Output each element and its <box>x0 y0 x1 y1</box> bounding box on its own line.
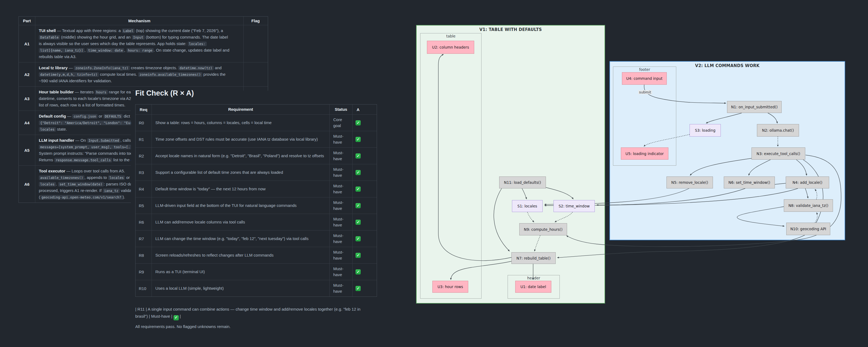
diagram-node-N2: N2: ollama.chat() <box>757 124 799 136</box>
text-segment: — Textual app with three regions: a <box>56 28 122 33</box>
r11-line1: | R11 | A single input command can combi… <box>135 306 388 313</box>
text-segment: LLM input handler <box>39 138 74 143</box>
status-text: Must-have <box>330 164 352 181</box>
requirement-text: Runs as a TUI (terminal UI) <box>152 264 330 280</box>
check-icon: ✓ <box>355 286 361 291</box>
check-cell: ✓ <box>352 115 364 131</box>
check-icon: ✓ <box>355 120 361 125</box>
text-segment: state. <box>56 127 67 131</box>
text-segment: — On <box>74 138 87 143</box>
text-segment: (bottom) for typing commands. The date l… <box>145 35 228 39</box>
check-icon: ✓ <box>355 137 361 142</box>
code-span: iana_tz <box>103 188 120 193</box>
requirement-text: LLM can add/remove locale columns via to… <box>152 214 330 230</box>
check-cell: ✓ <box>352 247 364 263</box>
diagram-node-N8: N8: validate_iana_tz() <box>784 199 833 212</box>
check-icon: ✓ <box>355 203 361 208</box>
part-cell: A6 <box>19 166 35 202</box>
text-segment: Returns <box>39 157 54 162</box>
diagram-node-U3: U3: hour rows <box>432 281 468 293</box>
text-segment: TUI shell <box>39 28 56 33</box>
fit-check-title: Fit Check (R × A) <box>135 89 194 97</box>
requirement-text: Time zone offsets and DST rules must be … <box>152 131 330 148</box>
code-span: locales <box>108 176 125 180</box>
mechanism-cell: Local tz library — zoneinfo.ZoneInfo(ian… <box>35 62 243 86</box>
fit-row-R4: R4Default time window is "today" — the n… <box>135 181 377 197</box>
part-cell: A1 <box>19 25 35 62</box>
check-cell: ✓ <box>352 164 364 181</box>
code-span: datetime(y,m,d,h, tzinfo=tz) <box>39 72 99 77</box>
code-span: Input <box>132 35 145 40</box>
text-segment: , <box>124 48 126 53</box>
req-id: R1 <box>135 131 152 148</box>
check-icon: ✓ <box>355 236 361 241</box>
fit-row-R6: R6LLM can add/remove locale columns via … <box>135 214 377 230</box>
check-icon: ✓ <box>355 253 361 258</box>
text-segment: . <box>56 182 58 186</box>
flag-cell <box>243 62 268 86</box>
flag-cell <box>243 25 268 62</box>
fit-row-R9: R9Runs as a TUI (terminal UI)Must-have✓ <box>135 263 377 280</box>
status-text: Must-have <box>330 148 352 164</box>
requirement-text: Default time window is "today" — the nex… <box>152 181 330 197</box>
code-span: zoneinfo.available_timezones() <box>138 72 202 77</box>
status-text: Must-have <box>330 131 352 148</box>
check-icon: ✓ <box>355 170 361 175</box>
fit-row-R0: R0Show a table: rows = hours, columns = … <box>135 114 377 131</box>
code-span: hours <box>95 90 108 94</box>
text-segment: . On state change, updates date label an… <box>154 48 229 53</box>
status-text: Must-have <box>330 247 352 263</box>
code-span: locales <box>39 127 56 132</box>
requirement-text: Screen reloads/refreshes to reflect chan… <box>152 247 330 263</box>
r11-paragraph: | R11 | A single input command can combi… <box>135 306 388 320</box>
text-segment: provides the <box>202 72 226 76</box>
cluster-label: header <box>508 276 559 280</box>
check-cell: ✓ <box>352 230 364 247</box>
check-icon: ✓ <box>355 153 361 159</box>
cluster-label: footer <box>613 67 676 72</box>
text-segment: or <box>97 114 103 118</box>
req-id: R6 <box>135 214 152 230</box>
req-id: R4 <box>135 181 152 197</box>
code-span: geocoding-api.open-meteo.com/v1/search? <box>40 195 123 199</box>
req-id: R2 <box>135 148 152 164</box>
requirement-text: Accept locale names in natural form (e.g… <box>152 148 330 164</box>
req-id: R3 <box>135 164 152 181</box>
fit-row-R10: R10Uses a local LLM (simple, lightweight… <box>135 280 377 296</box>
part-cell: A3 <box>19 87 35 111</box>
status-text: Core goal <box>330 115 352 131</box>
text-segment: compute local times. <box>99 72 138 76</box>
code-span: zoneinfo.ZoneInfo(iana_tz) <box>74 66 130 70</box>
req-id: R8 <box>135 247 152 263</box>
summary-note: All requirements pass. No flagged unknow… <box>135 324 230 329</box>
fit-row-R5: R5LLM-driven input field at the bottom o… <box>135 197 377 214</box>
requirement-text: LLM can change the time window (e.g. "to… <box>152 230 330 247</box>
text-segment: Tool executor <box>39 168 65 173</box>
text-segment: (middle) showing the hour grid, and an <box>60 35 132 39</box>
cluster-label: table <box>421 34 481 38</box>
text-segment: — <box>66 114 72 118</box>
diagram-node-N3: N3: execute_tool_calls() <box>751 148 805 160</box>
text-segment: list of rows, each row is a list of form… <box>39 103 125 107</box>
diagram-node-N7: N7: rebuild_table() <box>512 252 556 264</box>
text-segment: creates timezone objects. <box>130 65 178 70</box>
diagram-node-U4: U4: command input <box>622 72 667 85</box>
text-segment: — <box>68 65 74 70</box>
edge-label-submit: submit <box>638 90 652 94</box>
fit-check-table: ReqRequirementStatusAR0Show a table: row… <box>135 104 377 297</box>
code-span: DataTable <box>39 35 60 40</box>
mechanism-row-A2: A2Local tz library — zoneinfo.ZoneInfo(i… <box>19 62 268 86</box>
part-cell: A5 <box>19 135 35 165</box>
fit-row-R8: R8Screen reloads/refreshes to reflect ch… <box>135 247 377 263</box>
code-span: hours: range <box>127 48 154 53</box>
text-segment: and <box>214 65 222 70</box>
code-span: available_timezones() <box>39 176 85 180</box>
code-span: time_window: date <box>87 48 124 53</box>
code-span: locales: <box>188 41 207 46</box>
text-segment: — Iterates <box>73 90 95 94</box>
code-span: set_time_window(date) <box>58 182 104 187</box>
fit-header-req: Req <box>135 104 152 114</box>
text-segment: Hour table builder <box>39 90 73 94</box>
fit-header-status: Status <box>330 104 352 114</box>
text-segment: Default config <box>39 114 66 118</box>
